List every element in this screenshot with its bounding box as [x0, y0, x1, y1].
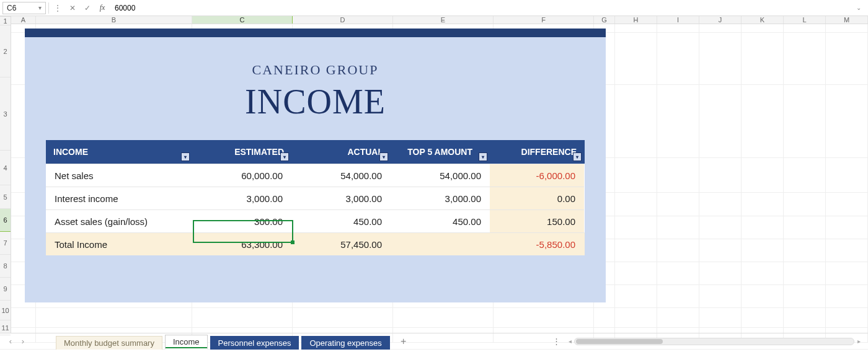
sheet-tab[interactable]: Income: [165, 335, 208, 350]
col-header-top5[interactable]: TOP 5 AMOUNT ▾: [391, 140, 490, 164]
filter-dropdown-icon[interactable]: ▾: [181, 152, 190, 161]
col-header-actual[interactable]: ACTUAL ▾: [291, 140, 391, 164]
total-difference: -5,850.00: [490, 232, 584, 255]
row-top5[interactable]: 3,000.00: [391, 187, 490, 209]
formula-input[interactable]: [111, 2, 849, 14]
name-box[interactable]: C6 ▾: [2, 2, 46, 14]
row-estimated[interactable]: 3,000.00: [192, 187, 291, 209]
company-subtitle: CANEIRO GROUP: [25, 62, 606, 78]
column-header-K[interactable]: K: [742, 16, 784, 24]
column-header-I[interactable]: I: [657, 16, 699, 24]
row-header-1[interactable]: 1: [0, 17, 11, 25]
row-estimated[interactable]: 300.00: [192, 209, 291, 232]
col-header-estimated[interactable]: ESTIMATED ▾: [192, 140, 291, 164]
table-row: Interest income3,000.003,000.003,000.000…: [46, 187, 585, 209]
cancel-formula-icon[interactable]: ✕: [66, 2, 79, 14]
status-bar: [0, 349, 868, 356]
tab-nav-next-icon[interactable]: ›: [17, 336, 29, 347]
chevron-down-icon[interactable]: ▾: [38, 4, 42, 11]
row-header-8[interactable]: 8: [0, 255, 11, 278]
scroll-left-icon[interactable]: ◂: [565, 338, 574, 345]
row-difference[interactable]: -6,000.00: [490, 164, 584, 187]
total-label: Total Income: [46, 232, 192, 255]
total-estimated: 63,300.00: [192, 232, 291, 255]
tab-nav-prev-icon[interactable]: ‹: [5, 336, 16, 347]
table-total-row: Total Income 63,300.00 57,450.00 -5,850.…: [46, 232, 585, 255]
spreadsheet-grid: 1234567891011 ABCDEFGHIJKLM CANEIRO GROU…: [0, 16, 868, 333]
col-header-difference[interactable]: DIFFERENCE ▾: [490, 140, 584, 164]
row-header-7[interactable]: 7: [0, 232, 11, 255]
row-header-9[interactable]: 9: [0, 278, 11, 301]
row-actual[interactable]: 54,000.00: [291, 164, 391, 187]
formula-bar: C6 ▾ ⋮ ✕ ✓ fx ⌄: [0, 0, 868, 16]
column-headers: ABCDEFGHIJKLM: [11, 16, 868, 24]
row-estimated[interactable]: 60,000.00: [192, 164, 291, 187]
filter-dropdown-icon[interactable]: ▾: [280, 152, 289, 161]
horizontal-scrollbar[interactable]: ◂ ▸: [565, 337, 863, 346]
column-header-D[interactable]: D: [293, 16, 393, 24]
row-header-4[interactable]: 4: [0, 151, 11, 185]
page-title: INCOME: [25, 82, 606, 121]
sheet-tabs-bar: ‹ › Monthly budget summaryIncomePersonne…: [0, 333, 868, 349]
column-header-E[interactable]: E: [393, 16, 494, 24]
table-row: Asset sales (gain/loss)300.00450.00450.0…: [46, 209, 585, 232]
column-header-J[interactable]: J: [699, 16, 742, 24]
row-label[interactable]: Net sales: [46, 164, 192, 187]
sheet-tab[interactable]: Personnel expenses: [210, 336, 299, 350]
filter-dropdown-icon[interactable]: ▾: [379, 152, 388, 161]
column-header-B[interactable]: B: [36, 16, 192, 24]
column-header-F[interactable]: F: [494, 16, 594, 24]
total-actual: 57,450.00: [291, 232, 391, 255]
row-label[interactable]: Interest income: [46, 187, 192, 209]
row-headers: 1234567891011: [0, 16, 11, 333]
column-header-G[interactable]: G: [594, 16, 615, 24]
more-icon[interactable]: ⋮: [51, 2, 64, 14]
row-difference[interactable]: 150.00: [490, 209, 584, 232]
row-header-10[interactable]: 10: [0, 301, 11, 320]
table-header-row: INCOME ▾ ESTIMATED ▾ ACTUAL ▾ TOP 5 AM: [46, 140, 585, 164]
filter-dropdown-icon[interactable]: ▾: [479, 152, 487, 161]
row-header-6[interactable]: 6: [0, 209, 11, 232]
scroll-thumb[interactable]: [576, 339, 663, 344]
row-actual[interactable]: 450.00: [291, 209, 391, 232]
row-label[interactable]: Asset sales (gain/loss): [46, 209, 192, 232]
total-top5: [391, 232, 490, 255]
column-header-C[interactable]: C: [192, 16, 293, 24]
sheet-tab[interactable]: Monthly budget summary: [56, 336, 162, 350]
expand-formula-bar-icon[interactable]: ⌄: [852, 4, 866, 11]
name-box-value: C6: [7, 4, 16, 12]
col-header-income[interactable]: INCOME ▾: [46, 140, 192, 164]
scroll-track[interactable]: [574, 338, 854, 345]
scroll-right-icon[interactable]: ▸: [854, 338, 863, 345]
accept-formula-icon[interactable]: ✓: [81, 2, 94, 14]
column-header-A[interactable]: A: [11, 16, 36, 24]
column-header-M[interactable]: M: [826, 16, 868, 24]
row-top5[interactable]: 450.00: [391, 209, 490, 232]
income-table: INCOME ▾ ESTIMATED ▾ ACTUAL ▾ TOP 5 AM: [46, 140, 585, 255]
table-row: Net sales60,000.0054,000.0054,000.00-6,0…: [46, 164, 585, 187]
fx-icon[interactable]: fx: [96, 2, 108, 14]
tabs-menu-icon[interactable]: ⋮: [549, 337, 564, 346]
column-header-H[interactable]: H: [615, 16, 657, 24]
add-sheet-button[interactable]: +: [396, 336, 411, 347]
column-header-L[interactable]: L: [784, 16, 826, 24]
row-top5[interactable]: 54,000.00: [391, 164, 490, 187]
separator: [48, 2, 49, 14]
row-actual[interactable]: 3,000.00: [291, 187, 391, 209]
row-header-2[interactable]: 2: [0, 25, 11, 77]
filter-dropdown-icon[interactable]: ▾: [573, 152, 582, 161]
row-difference[interactable]: 0.00: [490, 187, 584, 209]
row-header-5[interactable]: 5: [0, 185, 11, 209]
sheet-tab[interactable]: Operating expenses: [301, 336, 389, 350]
row-header-3[interactable]: 3: [0, 77, 11, 151]
